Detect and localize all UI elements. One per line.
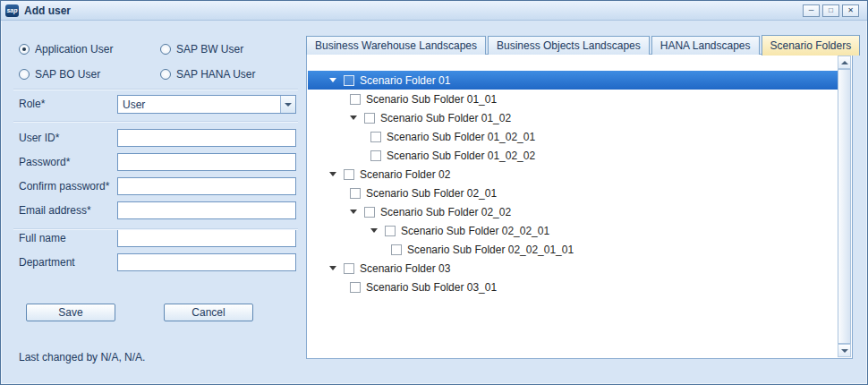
tree-row[interactable]: Scenario Folder 03	[308, 259, 838, 278]
scroll-down-icon[interactable]	[838, 344, 851, 357]
checkbox[interactable]	[350, 94, 361, 105]
separator	[13, 89, 298, 90]
tree-row-label: Scenario Sub Folder 02_02_01	[401, 225, 549, 237]
tree-row[interactable]: Scenario Sub Folder 02_02_01	[308, 221, 838, 240]
radio-sap-bo-user[interactable]: SAP BO User	[19, 62, 155, 87]
checkbox[interactable]	[350, 188, 361, 199]
tree-row[interactable]: Scenario Sub Folder 02_02_01_01	[308, 240, 838, 259]
field-row-email-address: Email address*	[19, 201, 296, 219]
expander-chevron-down-icon[interactable]	[329, 266, 336, 270]
password-label: Password*	[19, 156, 70, 168]
checkbox[interactable]	[350, 282, 361, 293]
scenario-folder-tree: Scenario Folder 01Scenario Sub Folder 01…	[308, 56, 838, 357]
department-label: Department	[19, 256, 75, 269]
tree-row-label: Scenario Sub Folder 01_01	[366, 93, 497, 106]
last-changed-text: Last changed by N/A, N/A.	[19, 351, 145, 364]
window-controls: ─ □ ✕	[803, 4, 859, 17]
separator	[13, 228, 298, 230]
tree-row-label: Scenario Sub Folder 02_02	[380, 206, 511, 218]
tree-row[interactable]: Scenario Sub Folder 02_02	[308, 202, 838, 221]
confirm-password-label: Confirm password*	[19, 180, 109, 192]
save-button[interactable]: Save	[26, 304, 115, 321]
radio-button-icon[interactable]	[19, 69, 30, 80]
tree-row[interactable]: Scenario Sub Folder 01_02_02	[308, 146, 838, 165]
tree-row-label: Scenario Sub Folder 02_02_01_01	[407, 244, 574, 256]
radio-application-user[interactable]: Application User	[19, 37, 155, 62]
close-icon[interactable]: ✕	[842, 4, 859, 17]
tree-row-label: Scenario Folder 03	[360, 262, 450, 275]
tree-row-label: Scenario Sub Folder 01_02_01	[387, 131, 535, 143]
expander-chevron-down-icon[interactable]	[350, 116, 357, 120]
email-address-label: Email address*	[19, 204, 91, 217]
role-combobox[interactable]: User	[117, 95, 296, 114]
user-type-radio-group: Application UserSAP BW UserSAP BO UserSA…	[19, 37, 255, 87]
role-selected-value: User	[118, 96, 280, 113]
vertical-scrollbar[interactable]	[838, 56, 851, 357]
expander-chevron-down-icon[interactable]	[350, 210, 357, 214]
minimize-icon[interactable]: ─	[803, 4, 820, 17]
chevron-down-icon[interactable]	[280, 96, 295, 113]
expander-chevron-down-icon[interactable]	[329, 172, 336, 176]
checkbox[interactable]	[344, 75, 354, 86]
tab-business-objects-landscapes[interactable]: Business Objects Landscapes	[488, 36, 650, 55]
tree-row-label: Scenario Sub Folder 02_01	[366, 187, 497, 200]
radio-button-icon[interactable]	[160, 44, 171, 55]
full-name-label: Full name	[19, 232, 66, 244]
checkbox[interactable]	[370, 132, 381, 142]
maximize-icon[interactable]: □	[822, 4, 839, 17]
expander-chevron-down-icon[interactable]	[329, 78, 336, 82]
role-row: Role* User	[19, 95, 296, 114]
field-row-full-name: Full name	[19, 229, 296, 247]
checkbox[interactable]	[385, 226, 396, 236]
radio-sap-hana-user[interactable]: SAP HANA User	[160, 62, 255, 87]
radio-sap-bw-user[interactable]: SAP BW User	[160, 37, 255, 62]
checkbox[interactable]	[344, 169, 354, 180]
radio-label: SAP BO User	[35, 68, 100, 81]
role-label: Role*	[19, 98, 45, 110]
window-title: Add user	[24, 4, 71, 17]
app-logo-icon: sap	[5, 4, 19, 17]
separator	[13, 121, 298, 123]
add-user-dialog: sap Add user ─ □ ✕ Application UserSAP B…	[0, 0, 868, 385]
cancel-button[interactable]: Cancel	[164, 304, 253, 321]
radio-button-icon[interactable]	[160, 69, 171, 80]
user-id-label: User ID*	[19, 132, 59, 144]
scroll-up-icon[interactable]	[838, 56, 851, 69]
password-input[interactable]	[117, 153, 296, 171]
form-fields: User ID*Password*Confirm password*Email …	[19, 129, 296, 278]
radio-label: Application User	[35, 43, 113, 56]
tree-row-label: Scenario Sub Folder 03_01	[366, 281, 497, 294]
tree-row[interactable]: Scenario Sub Folder 01_02	[308, 108, 838, 127]
tree-row[interactable]: Scenario Folder 01	[308, 71, 838, 90]
department-input[interactable]	[117, 253, 296, 271]
scrollbar-thumb[interactable]	[838, 69, 851, 344]
field-row-password: Password*	[19, 153, 296, 171]
titlebar: sap Add user ─ □ ✕	[1, 1, 867, 21]
email-address-input[interactable]	[117, 201, 296, 219]
tree-row[interactable]: Scenario Sub Folder 03_01	[308, 278, 838, 296]
tree-row[interactable]: Scenario Folder 02	[308, 165, 838, 184]
checkbox[interactable]	[364, 113, 375, 124]
expander-chevron-down-icon[interactable]	[370, 228, 378, 233]
tab-scenario-folders[interactable]: Scenario Folders	[762, 35, 861, 56]
full-name-input[interactable]	[117, 229, 296, 247]
landscape-tabs: Business Warehouse LandscapesBusiness Ob…	[306, 33, 862, 55]
checkbox[interactable]	[344, 263, 354, 274]
tree-row-label: Scenario Sub Folder 01_02	[380, 112, 511, 124]
tab-business-warehouse-landscapes[interactable]: Business Warehouse Landscapes	[306, 36, 486, 55]
tree-row-label: Scenario Folder 02	[360, 168, 450, 181]
tab-hana-landscapes[interactable]: HANA Landscapes	[651, 36, 760, 55]
user-id-input[interactable]	[117, 129, 296, 147]
checkbox[interactable]	[391, 244, 402, 255]
checkbox[interactable]	[370, 150, 381, 161]
field-row-user-id: User ID*	[19, 129, 296, 147]
checkbox[interactable]	[364, 207, 375, 218]
tree-row[interactable]: Scenario Sub Folder 01_01	[308, 90, 838, 108]
tree-row[interactable]: Scenario Sub Folder 02_01	[308, 184, 838, 202]
confirm-password-input[interactable]	[117, 177, 296, 195]
tree-row[interactable]: Scenario Sub Folder 01_02_01	[308, 127, 838, 146]
radio-button-icon[interactable]	[19, 44, 30, 55]
tree-row-label: Scenario Folder 01	[360, 74, 450, 87]
field-row-confirm-password: Confirm password*	[19, 177, 296, 195]
radio-label: SAP HANA User	[176, 68, 255, 81]
